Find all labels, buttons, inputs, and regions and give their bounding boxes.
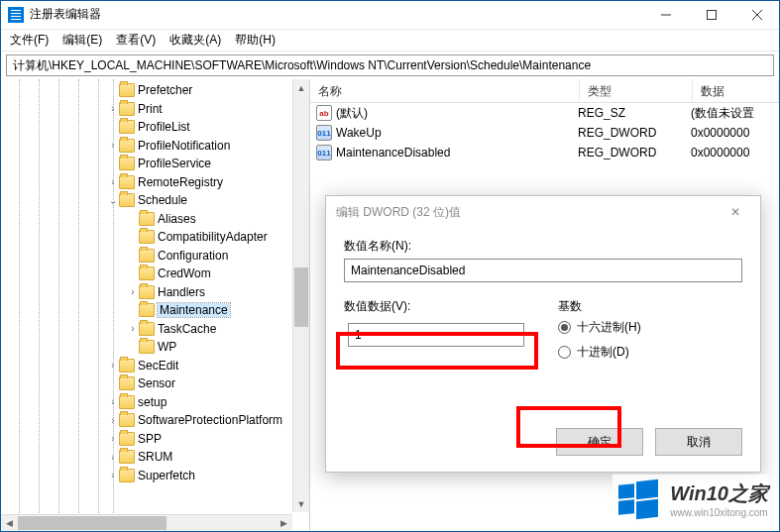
value-name: WakeUp	[336, 126, 382, 140]
tree-label: ProfileService	[138, 157, 211, 170]
table-row[interactable]: 011MaintenanceDisabledREG_DWORD0x0000000	[310, 143, 779, 162]
folder-icon	[119, 450, 135, 464]
tree-label: TaskCache	[158, 322, 216, 336]
tree-node[interactable]: ›SRUM	[1, 448, 309, 467]
table-row[interactable]: ab(默认)REG_SZ(数值未设置	[310, 103, 779, 123]
folder-icon	[139, 266, 155, 280]
folder-icon	[139, 249, 155, 263]
ok-button[interactable]: 确定	[556, 428, 643, 456]
watermark-title: Win10之家	[670, 480, 768, 507]
tree-node[interactable]: ›SecEdit	[1, 357, 309, 375]
watermark: Win10之家 www.win10xitong.com	[613, 475, 768, 524]
folder-icon	[119, 413, 135, 427]
tree-node[interactable]: CredWom	[1, 265, 309, 283]
tree-label: setup	[138, 395, 167, 409]
tree-node[interactable]: Aliases	[1, 210, 309, 229]
tree-node[interactable]: WP	[1, 338, 309, 357]
value-name-field[interactable]	[344, 259, 742, 282]
scroll-left-icon[interactable]: ◀	[1, 515, 18, 531]
folder-icon	[119, 359, 135, 372]
scroll-up-icon[interactable]: ▲	[293, 79, 309, 96]
value-data: 0x0000000	[689, 126, 779, 140]
radio-dec[interactable]: 十进制(D)	[558, 344, 641, 361]
chevron-right-icon[interactable]: ›	[127, 286, 139, 297]
col-data[interactable]: 数据	[693, 79, 779, 102]
tree-node[interactable]: Maintenance	[1, 301, 309, 320]
folder-icon	[139, 322, 155, 336]
radio-hex-label: 十六进制(H)	[577, 319, 641, 336]
radio-icon	[558, 321, 571, 334]
folder-icon	[119, 376, 135, 390]
string-value-icon: ab	[316, 105, 332, 121]
col-name[interactable]: 名称	[310, 79, 580, 102]
base-label: 基数	[558, 298, 641, 315]
value-data-field[interactable]	[348, 323, 524, 347]
tree-node[interactable]: ›ProfileNotification	[1, 137, 309, 156]
folder-icon	[139, 303, 155, 317]
tree-node[interactable]: Sensor	[1, 374, 309, 393]
folder-icon	[119, 395, 135, 409]
col-type[interactable]: 类型	[580, 79, 693, 102]
value-name: (默认)	[336, 105, 368, 122]
windows-logo-icon	[613, 475, 662, 524]
radio-dec-label: 十进制(D)	[577, 344, 629, 361]
tree-node[interactable]: ProfileService	[1, 155, 309, 173]
tree-pane[interactable]: Prefetcher›PrintProfileList›ProfileNotif…	[1, 79, 310, 531]
tree-node[interactable]: ›setup	[1, 393, 309, 412]
folder-icon	[139, 340, 155, 354]
chevron-right-icon[interactable]: ›	[127, 323, 139, 334]
tree-label: Aliases	[158, 212, 196, 226]
cancel-button[interactable]: 取消	[655, 428, 742, 456]
tree-label: SoftwareProtectionPlatform	[138, 413, 282, 427]
tree-node[interactable]: ›Handlers	[1, 283, 309, 302]
tree-label: Schedule	[138, 193, 187, 207]
table-row[interactable]: 011WakeUpREG_DWORD0x0000000	[310, 123, 779, 143]
folder-icon	[119, 139, 135, 153]
dialog-close-button[interactable]: ✕	[721, 205, 750, 219]
tree-node[interactable]: ›TaskCache	[1, 320, 309, 339]
folder-icon	[139, 230, 155, 244]
tree-node[interactable]: Prefetcher	[1, 81, 309, 100]
scroll-down-icon[interactable]: ▼	[293, 495, 309, 512]
tree-label: Maintenance	[158, 303, 230, 317]
dword-value-icon: 011	[316, 145, 332, 160]
radio-hex[interactable]: 十六进制(H)	[558, 319, 641, 336]
tree-node[interactable]: ›SoftwareProtectionPlatform	[1, 411, 309, 430]
tree-label: Sensor	[138, 376, 175, 390]
value-data: 0x0000000	[689, 146, 779, 160]
tree-label: Print	[138, 102, 163, 116]
tree-node[interactable]: ›SPP	[1, 430, 309, 449]
regedit-icon	[8, 7, 24, 23]
tree-label: Prefetcher	[138, 83, 192, 97]
tree-label: CompatibilityAdapter	[158, 230, 268, 244]
value-type: REG_SZ	[576, 106, 689, 120]
tree-label: ProfileList	[138, 120, 190, 134]
tree-label: CredWom	[158, 266, 211, 280]
tree-label: WP	[158, 340, 176, 354]
tree-node[interactable]: ›Superfetch	[1, 467, 309, 485]
dialog-title: 编辑 DWORD (32 位)值	[336, 204, 461, 221]
value-name-label: 数值名称(N):	[344, 238, 742, 255]
scroll-right-icon[interactable]: ▶	[276, 515, 292, 531]
tree-label: Handlers	[158, 285, 205, 299]
value-name: MaintenanceDisabled	[336, 146, 450, 160]
tree-scrollbar-v[interactable]: ▲ ▼	[292, 79, 309, 512]
tree-node[interactable]: ›Print	[1, 100, 309, 119]
tree-scrollbar-h[interactable]: ◀ ▶	[1, 514, 292, 531]
value-data-label: 数值数据(V):	[344, 298, 528, 315]
tree-label: ProfileNotification	[138, 139, 230, 153]
tree-node[interactable]: CompatibilityAdapter	[1, 228, 309, 247]
radio-icon	[558, 346, 571, 359]
scroll-thumb-h[interactable]	[18, 516, 167, 530]
tree-node[interactable]: ⌄Schedule	[1, 191, 309, 210]
tree-label: SRUM	[138, 450, 172, 464]
tree-node[interactable]: ProfileList	[1, 118, 309, 137]
folder-icon	[119, 193, 135, 207]
scroll-thumb[interactable]	[294, 267, 308, 327]
folder-icon	[139, 285, 155, 299]
tree-node[interactable]: Configuration	[1, 247, 309, 266]
folder-icon	[119, 120, 135, 134]
tree-node[interactable]: ›RemoteRegistry	[1, 173, 309, 192]
value-type: REG_DWORD	[576, 126, 689, 140]
tree-label: SPP	[138, 432, 162, 446]
